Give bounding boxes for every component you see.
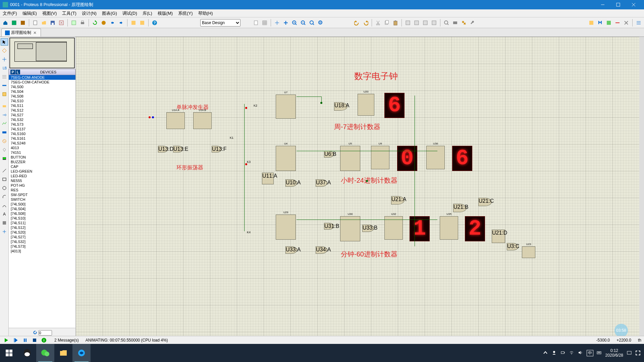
- block-delete-icon[interactable]: [430, 19, 438, 27]
- label-tool[interactable]: LBL: [1, 64, 8, 72]
- symbol-tool[interactable]: [1, 219, 8, 227]
- text-draw-tool[interactable]: A: [1, 210, 8, 218]
- device-item[interactable]: 7SEG-COM-ANODE: [9, 75, 75, 80]
- save-icon[interactable]: [49, 19, 57, 27]
- device-item[interactable]: 74LS137: [9, 127, 75, 131]
- menu-system[interactable]: 系统(Y): [175, 9, 195, 17]
- grid-icon[interactable]: [261, 19, 269, 27]
- tape-tool[interactable]: [1, 129, 8, 136]
- graph-tool[interactable]: [1, 120, 8, 127]
- stop-button[interactable]: [31, 337, 38, 344]
- copy-icon[interactable]: [383, 19, 391, 27]
- device-item[interactable]: [74LS00]: [9, 202, 75, 206]
- device-item[interactable]: 74LS00: [9, 84, 75, 89]
- schematic-canvas[interactable]: 数字电子钟 单脉冲发生器 环形振荡器 周-7进制计数器 小时-24进制计数器 分…: [76, 37, 644, 343]
- minimize-button[interactable]: [595, 0, 610, 9]
- rotate-ccw-icon[interactable]: [33, 330, 37, 336]
- back-icon[interactable]: [353, 19, 361, 27]
- menu-graph[interactable]: 图表(G): [99, 9, 120, 17]
- device-item[interactable]: 74151: [9, 150, 75, 155]
- selection-tool[interactable]: [1, 38, 8, 46]
- device-item[interactable]: [74LS04]: [9, 206, 75, 211]
- print-icon[interactable]: [78, 19, 87, 27]
- messages-status[interactable]: 2 Message(s): [54, 338, 79, 343]
- wire-tool-icon[interactable]: [613, 19, 622, 27]
- device-item[interactable]: POT-HG: [9, 183, 75, 188]
- redo-icon[interactable]: [117, 19, 125, 27]
- device-item[interactable]: 74LS10: [9, 99, 75, 103]
- tray-chat-icon[interactable]: [627, 350, 632, 356]
- device-item[interactable]: 74LS12: [9, 108, 75, 113]
- tray-power-icon[interactable]: [560, 350, 566, 356]
- pin-tool[interactable]: [1, 111, 8, 119]
- marker-tool[interactable]: [1, 228, 8, 235]
- step-button[interactable]: [12, 337, 19, 344]
- device-item[interactable]: CAP: [9, 164, 75, 169]
- close-page-icon[interactable]: [57, 19, 65, 27]
- overview-map[interactable]: [9, 38, 75, 68]
- device-item[interactable]: 7SEG-COM-CATHODE: [9, 80, 75, 84]
- menu-tools[interactable]: 工具(T): [59, 9, 79, 17]
- device-item[interactable]: [74LS73]: [9, 244, 75, 249]
- device-item[interactable]: [4013]: [9, 249, 75, 253]
- tray-up-icon[interactable]: [543, 350, 548, 356]
- task-proteus[interactable]: [72, 344, 91, 362]
- device-item[interactable]: [74LS12]: [9, 225, 75, 230]
- zoom-area-icon[interactable]: [317, 19, 325, 27]
- pan-icon[interactable]: [282, 19, 290, 27]
- help-icon[interactable]: ?: [151, 19, 159, 27]
- subcircuit-tool[interactable]: [1, 90, 8, 98]
- paste-icon[interactable]: [391, 19, 399, 27]
- schematic-icon[interactable]: [10, 19, 18, 27]
- device-item[interactable]: BUTTON: [9, 155, 75, 160]
- package-icon[interactable]: [451, 19, 459, 27]
- device-item[interactable]: 4013: [9, 145, 75, 150]
- tray-keyboard-icon[interactable]: [597, 350, 602, 356]
- menu-library[interactable]: 库(L): [140, 9, 155, 17]
- bom-icon1[interactable]: [129, 19, 138, 27]
- bom-icon2[interactable]: [138, 19, 146, 27]
- l-button[interactable]: L: [15, 70, 20, 74]
- maximize-button[interactable]: [610, 0, 626, 9]
- tab-schematic[interactable]: 原理图绘制 ✕: [1, 28, 41, 37]
- terminal-tool[interactable]: [1, 103, 8, 110]
- device-item[interactable]: NE555: [9, 178, 75, 183]
- decompose-icon[interactable]: [460, 19, 468, 27]
- print-area-icon[interactable]: [70, 19, 78, 27]
- open-icon[interactable]: [40, 19, 48, 27]
- device-item[interactable]: 74LS04: [9, 89, 75, 94]
- probe-tool[interactable]: [1, 146, 8, 154]
- design-selector[interactable]: Base Design: [200, 19, 240, 26]
- device-item[interactable]: 74LS161: [9, 136, 75, 141]
- device-item[interactable]: [74LS08]: [9, 211, 75, 216]
- device-item[interactable]: SW-SPDT: [9, 192, 75, 197]
- close-button[interactable]: [626, 0, 641, 9]
- arc-tool[interactable]: [1, 193, 8, 200]
- task-qq[interactable]: [18, 344, 36, 362]
- pcb-icon[interactable]: [19, 19, 27, 27]
- devices-list[interactable]: 7SEG-COM-ANODE7SEG-COM-CATHODE74LS0074LS…: [9, 75, 75, 328]
- device-item[interactable]: 74LS11: [9, 103, 75, 108]
- menu-view[interactable]: 视图(V): [40, 9, 59, 17]
- home-icon[interactable]: [1, 19, 9, 27]
- task-wechat[interactable]: [36, 344, 54, 362]
- task-explorer[interactable]: [54, 344, 72, 362]
- p-button[interactable]: P: [10, 70, 15, 74]
- device-item[interactable]: LED-RED: [9, 174, 75, 178]
- generator-tool[interactable]: [1, 137, 8, 145]
- device-item[interactable]: RES: [9, 188, 75, 192]
- exclude-icon[interactable]: [622, 19, 630, 27]
- path-tool[interactable]: [1, 202, 8, 209]
- device-item[interactable]: 74LS32: [9, 117, 75, 122]
- sheet-icon[interactable]: [252, 19, 260, 27]
- device-item[interactable]: 74LS248: [9, 141, 75, 145]
- instrument-tool[interactable]: [1, 155, 8, 162]
- zoom-in-icon[interactable]: [290, 19, 299, 27]
- tray-volume-icon[interactable]: [578, 350, 583, 356]
- bus-tool[interactable]: [1, 82, 8, 89]
- start-button[interactable]: [0, 344, 18, 362]
- component-tool[interactable]: [1, 47, 8, 54]
- device-item[interactable]: [74LS32]: [9, 239, 75, 244]
- tray-people-icon[interactable]: [552, 350, 557, 356]
- origin-icon[interactable]: [273, 19, 281, 27]
